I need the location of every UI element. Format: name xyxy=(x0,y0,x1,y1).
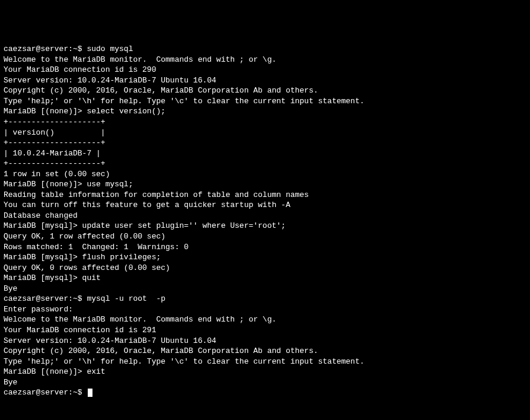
terminal-line: Type 'help;' or '\h' for help. Type '\c'… xyxy=(4,96,526,107)
terminal-line: Your MariaDB connection id is 290 xyxy=(4,65,526,75)
terminal-line: Query OK, 0 rows affected (0.00 sec) xyxy=(4,263,526,273)
terminal-line: MariaDB [mysql]> update user set plugin=… xyxy=(4,221,526,231)
terminal-prompt: caezsar@server:~$ xyxy=(4,388,87,397)
terminal-line: You can turn off this feature to get a q… xyxy=(4,200,526,211)
terminal-line: Your MariaDB connection id is 291 xyxy=(4,325,526,336)
terminal-line: Reading table information for completion… xyxy=(4,190,526,201)
terminal-line: Enter password: xyxy=(4,304,526,315)
terminal-line: +--------------------+ xyxy=(4,117,526,128)
terminal-line: 1 row in set (0.00 sec) xyxy=(4,169,526,180)
terminal-line: Query OK, 1 row affected (0.00 sec) xyxy=(4,231,526,242)
terminal-line: MariaDB [(none)]> exit xyxy=(4,367,526,377)
terminal-line: | version() | xyxy=(4,128,526,138)
terminal-line: Copyright (c) 2000, 2016, Oracle, MariaD… xyxy=(4,346,526,357)
terminal-line: Welcome to the MariaDB monitor. Commands… xyxy=(4,314,526,325)
cursor-icon xyxy=(88,389,92,397)
terminal-line: +--------------------+ xyxy=(4,158,526,169)
terminal-line: MariaDB [(none)]> use mysql; xyxy=(4,179,526,190)
terminal-line: MariaDB [mysql]> flush privileges; xyxy=(4,252,526,263)
terminal-prompt-line[interactable]: caezsar@server:~$ xyxy=(4,388,92,397)
terminal-line: Type 'help;' or '\h' for help. Type '\c'… xyxy=(4,357,526,367)
terminal-line: Server version: 10.0.24-MariaDB-7 Ubuntu… xyxy=(4,75,526,86)
terminal-line: Database changed xyxy=(4,211,526,221)
terminal-line: Bye xyxy=(4,377,526,388)
terminal-line: Rows matched: 1 Changed: 1 Warnings: 0 xyxy=(4,242,526,253)
terminal-line: | 10.0.24-MariaDB-7 | xyxy=(4,148,526,159)
terminal-line: caezsar@server:~$ sudo mysql xyxy=(4,44,526,55)
terminal-line: Server version: 10.0.24-MariaDB-7 Ubuntu… xyxy=(4,336,526,346)
terminal-line: Copyright (c) 2000, 2016, Oracle, MariaD… xyxy=(4,85,526,96)
terminal-line: caezsar@server:~$ mysql -u root -p xyxy=(4,294,526,304)
terminal-line: +--------------------+ xyxy=(4,138,526,148)
terminal-line: MariaDB [(none)]> select version(); xyxy=(4,106,526,117)
terminal-line: Welcome to the MariaDB monitor. Commands… xyxy=(4,55,526,65)
terminal-line: Bye xyxy=(4,284,526,294)
terminal-line: MariaDB [mysql]> quit xyxy=(4,273,526,284)
terminal-output[interactable]: caezsar@server:~$ sudo mysqlWelcome to t… xyxy=(4,44,526,398)
